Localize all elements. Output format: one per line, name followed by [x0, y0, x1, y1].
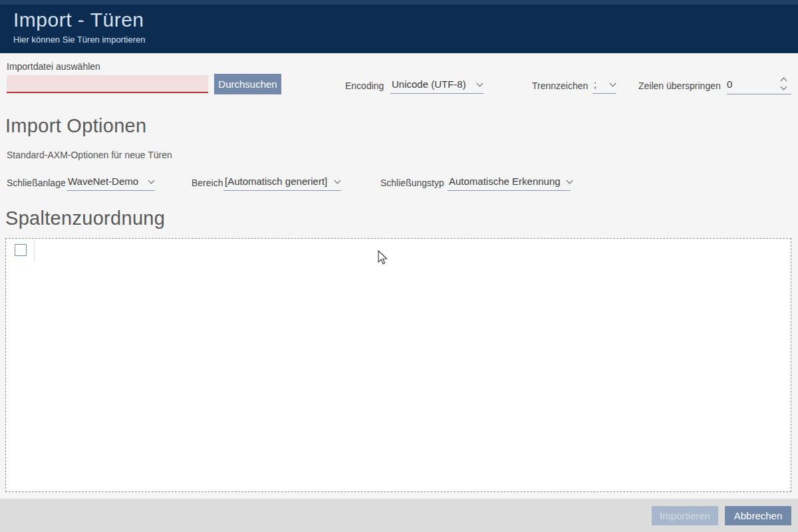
- dialog-subtitle: Hier können Sie Türen importieren: [13, 35, 145, 45]
- column-divider: [34, 239, 35, 261]
- lock-type-label: Schließungstyp: [380, 178, 444, 188]
- encoding-label: Encoding: [345, 80, 384, 91]
- column-mapping-heading: Spaltenzuordnung: [5, 207, 165, 229]
- lock-type-dropdown[interactable]: Automatische Erkennung: [448, 176, 571, 191]
- chevron-down-icon: [334, 177, 341, 184]
- import-options-heading: Import Optionen: [5, 115, 146, 137]
- chevron-down-icon: [566, 177, 573, 184]
- cancel-button[interactable]: Abbrechen: [725, 506, 791, 525]
- skip-lines-stepper[interactable]: [727, 74, 791, 94]
- footer-bar: Importieren Abbrechen: [0, 499, 798, 532]
- encoding-value: Unicode (UTF-8): [392, 78, 466, 90]
- import-options-description: Standard-AXM-Optionen für neue Türen: [7, 150, 172, 160]
- browse-button[interactable]: Durchsuchen: [214, 74, 281, 94]
- spinner: [779, 75, 789, 94]
- delimiter-dropdown[interactable]: ;: [593, 78, 616, 94]
- locking-system-label: Schließanlage: [7, 178, 66, 188]
- chevron-down-icon: [610, 80, 616, 86]
- area-dropdown[interactable]: [Automatisch generiert]: [223, 176, 341, 191]
- chevron-down-icon: [477, 80, 483, 86]
- chevron-down-icon: [148, 177, 155, 184]
- skip-lines-input[interactable]: [727, 78, 773, 90]
- encoding-dropdown[interactable]: Unicode (UTF-8): [390, 78, 483, 94]
- delimiter-value: ;: [594, 78, 597, 90]
- skip-lines-label: Zeilen überspringen: [638, 80, 721, 91]
- dialog-header: Import - Türen Hier können Sie Türen imp…: [0, 0, 798, 53]
- dialog-title: Import - Türen: [13, 9, 144, 31]
- locking-system-dropdown[interactable]: WaveNet-Demo: [66, 176, 155, 191]
- import-button[interactable]: Importieren: [652, 506, 718, 525]
- column-mapping-area: [5, 238, 791, 492]
- import-file-label: Importdatei auswählen: [7, 61, 100, 72]
- header-top-strip: [0, 0, 798, 5]
- delimiter-label: Trennzeichen: [532, 80, 588, 91]
- area-value: [Automatisch generiert]: [225, 176, 327, 187]
- area-label: Bereich: [192, 178, 223, 188]
- select-all-checkbox[interactable]: [15, 244, 27, 256]
- dialog-content: Importdatei auswählen Durchsuchen Encodi…: [0, 53, 798, 499]
- spinner-down-icon[interactable]: [781, 84, 787, 90]
- import-file-input[interactable]: [7, 75, 208, 93]
- locking-system-value: WaveNet-Demo: [68, 176, 138, 187]
- lock-type-value: Automatische Erkennung: [449, 176, 561, 187]
